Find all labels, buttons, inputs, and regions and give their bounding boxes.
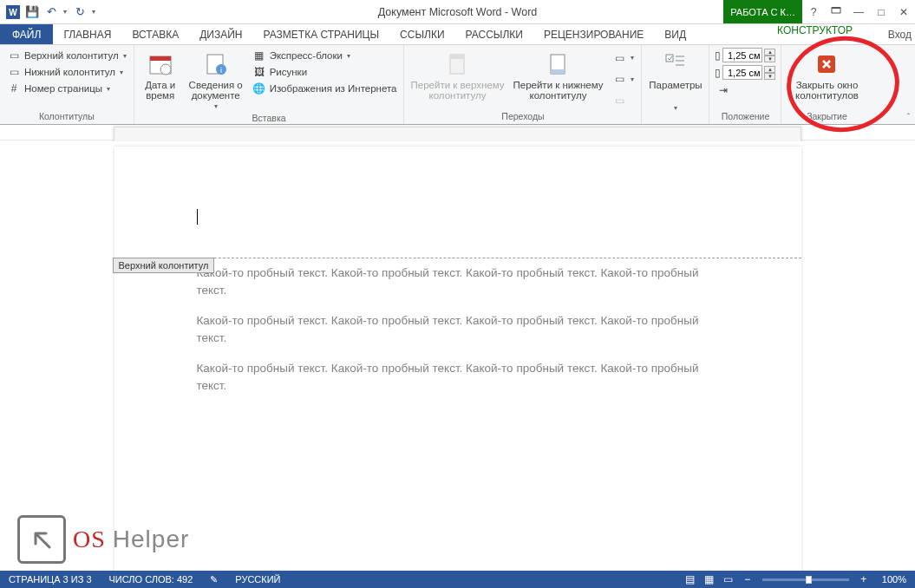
page[interactable]: Верхний колонтитул Какой-то пробный текс…	[114, 147, 801, 571]
page-down-icon	[544, 50, 572, 78]
docinfo-button[interactable]: i Сведения о документе▾	[186, 48, 245, 113]
header-tag: Верхний колонтитул	[113, 258, 215, 273]
options-label: Параметры	[649, 80, 702, 90]
docinfo-label: Сведения о документе	[187, 80, 245, 101]
zoom-out-icon[interactable]: −	[738, 573, 757, 585]
quickparts-button[interactable]: ▦Экспресс-блоки▾	[251, 48, 399, 63]
undo-dropdown[interactable]: ▾	[63, 8, 67, 16]
svg-rect-10	[450, 55, 464, 59]
contextual-tab-label: РАБОТА С К…	[723, 0, 802, 23]
footer-button[interactable]: ▭Нижний колонтитул▾	[5, 64, 128, 80]
close-icon[interactable]: ✕	[892, 0, 915, 23]
paragraph: Какой-то пробный текст. Какой-то пробный…	[197, 265, 719, 298]
margin-bottom-icon: ▯	[715, 67, 721, 79]
status-words[interactable]: ЧИСЛО СЛОВ: 492	[101, 574, 202, 585]
svg-rect-13	[666, 55, 673, 62]
tab-insert[interactable]: ВСТАВКА	[121, 24, 189, 44]
minimize-icon[interactable]: —	[847, 0, 870, 23]
header-label: Верхний колонтитул	[24, 50, 119, 61]
nav-opt3[interactable]: ▭	[611, 93, 636, 108]
goto-footer-button[interactable]: Перейти к нижнему колонтитулу	[510, 48, 605, 111]
tab-constructor[interactable]: КОНСТРУКТОР	[767, 24, 863, 36]
tab-file[interactable]: ФАЙЛ	[0, 24, 53, 44]
picture-icon: 🖼	[252, 65, 266, 79]
read-mode-icon[interactable]: ▤	[681, 573, 700, 585]
step-down-icon[interactable]: ▼	[764, 56, 775, 62]
group-insert: Дата и время i Сведения о документе▾ ▦Эк…	[134, 45, 405, 124]
quickparts-label: Экспресс-блоки	[270, 50, 343, 61]
status-proofing-icon[interactable]: ✎	[201, 574, 226, 585]
status-page[interactable]: СТРАНИЦА 3 ИЗ 3	[0, 574, 101, 585]
tab-layout[interactable]: РАЗМЕТКА СТРАНИЦЫ	[253, 24, 390, 44]
nav-opt2[interactable]: ▭▾	[611, 71, 636, 87]
online-pictures-button[interactable]: 🌐Изображения из Интернета	[251, 81, 399, 96]
docinfo-icon: i	[202, 50, 230, 78]
group-label: Колонтитулы	[5, 111, 128, 123]
chevron-down-icon: ▾	[123, 52, 127, 60]
datetime-label: Дата и время	[141, 80, 180, 101]
step-down-icon[interactable]: ▼	[764, 73, 775, 80]
redo-icon[interactable]: ↻	[72, 4, 88, 20]
group-options: Параметры▾	[642, 45, 709, 124]
body-text: Какой-то пробный текст. Какой-то пробный…	[197, 265, 719, 394]
print-layout-icon[interactable]: ▦	[700, 573, 719, 585]
status-language[interactable]: РУССКИЙ	[226, 574, 289, 585]
zoom-in-icon[interactable]: +	[854, 573, 873, 585]
goto-header-button: Перейти к верхнему колонтитулу	[409, 48, 505, 111]
tab-design[interactable]: ДИЗАЙН	[189, 24, 252, 44]
qat-dropdown[interactable]: ▾	[92, 8, 95, 16]
blocks-icon: ▦	[252, 49, 266, 62]
zoom-slider[interactable]	[762, 578, 849, 581]
tab-home[interactable]: ГЛАВНАЯ	[53, 24, 121, 44]
watermark-text-1: OS	[73, 526, 106, 553]
title-right: РАБОТА С К… ? — □ ✕	[723, 0, 915, 23]
datetime-button[interactable]: Дата и время	[140, 48, 181, 113]
signin-link[interactable]: Вход	[888, 24, 912, 44]
footer-label: Нижний колонтитул	[24, 67, 115, 77]
zoom-thumb[interactable]	[806, 576, 812, 584]
pagenum-button[interactable]: #Номер страницы▾	[5, 81, 128, 96]
collapse-ribbon-icon[interactable]: ˆ	[907, 113, 910, 122]
tab-icon: ⇥	[716, 83, 730, 97]
close-header-footer-button[interactable]: Закрыть окно колонтитулов	[787, 48, 866, 111]
paragraph: Какой-то пробный текст. Какой-то пробный…	[197, 312, 719, 346]
document-area[interactable]: Верхний колонтитул Какой-то пробный текс…	[0, 141, 915, 571]
maximize-icon[interactable]: □	[870, 0, 892, 23]
undo-icon[interactable]: ↶	[43, 4, 59, 20]
tab-review[interactable]: РЕЦЕНЗИРОВАНИЕ	[533, 24, 654, 44]
checklist-icon	[662, 50, 690, 78]
watermark-text-2: Helper	[113, 526, 189, 553]
header-from-top[interactable]: ▯ ▲▼	[715, 48, 775, 62]
group-label	[647, 114, 703, 123]
step-up-icon[interactable]: ▲	[764, 49, 775, 56]
text-cursor	[197, 209, 198, 225]
web-layout-icon[interactable]: ▭	[719, 573, 738, 585]
svg-point-5	[160, 64, 171, 75]
step-up-icon[interactable]: ▲	[764, 66, 775, 73]
goto-footer-label: Перейти к нижнему колонтитулу	[511, 80, 605, 101]
footer-bottom-input[interactable]	[722, 65, 762, 80]
tab-view[interactable]: ВИД	[654, 24, 696, 44]
group-position: ▯ ▲▼ ▯ ▲▼ ⇥ Положение	[709, 45, 781, 124]
status-bar: СТРАНИЦА 3 ИЗ 3 ЧИСЛО СЛОВ: 492 ✎ РУССКИ…	[0, 571, 915, 588]
footer-icon: ▭	[7, 65, 21, 79]
header-top-input[interactable]	[722, 48, 762, 62]
title-bar: W 💾 ↶▾ ↻ ▾ Документ Microsoft Word - Wor…	[0, 0, 915, 24]
header-button[interactable]: ▭Верхний колонтитул▾	[5, 48, 128, 63]
zoom-level[interactable]: 100%	[873, 574, 915, 585]
pictures-button[interactable]: 🖼Рисунки	[251, 64, 399, 80]
align-tab-button[interactable]: ⇥	[715, 82, 775, 98]
options-button[interactable]: Параметры▾	[647, 48, 703, 114]
tab-mailings[interactable]: РАССЫЛКИ	[455, 24, 533, 44]
watermark: OS Helper	[17, 515, 189, 564]
ruler[interactable]	[0, 125, 915, 140]
globe-icon: 🌐	[252, 82, 266, 95]
ribbon-tabs: ФАЙЛ ГЛАВНАЯ ВСТАВКА ДИЗАЙН РАЗМЕТКА СТР…	[0, 24, 915, 45]
footer-from-bottom[interactable]: ▯ ▲▼	[715, 65, 775, 80]
tab-references[interactable]: ССЫЛКИ	[389, 24, 454, 44]
save-icon[interactable]: 💾	[24, 4, 40, 20]
ribbon-options-icon[interactable]	[825, 0, 847, 23]
nav-opt1[interactable]: ▭▾	[611, 50, 636, 66]
help-icon[interactable]: ?	[802, 0, 825, 23]
group-label: Переходы	[409, 111, 636, 123]
